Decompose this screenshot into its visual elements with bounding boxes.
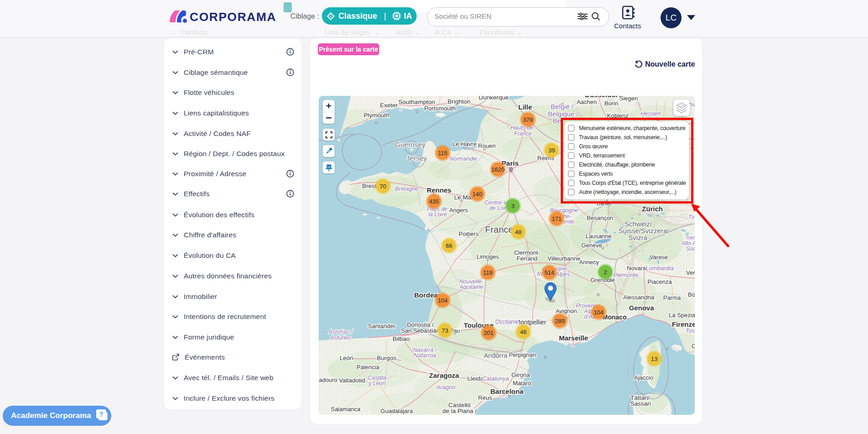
svg-text:Mataró: Mataró [513, 380, 531, 387]
svg-text:Piacenza: Piacenza [647, 278, 672, 285]
svg-text:Andorra: Andorra [484, 352, 508, 359]
svg-text:Lausanne: Lausanne [585, 233, 611, 240]
svg-text:Poitiers: Poitiers [459, 230, 479, 237]
svg-text:Occitanie: Occitanie [495, 319, 519, 325]
svg-text:Exeter: Exeter [380, 102, 398, 109]
svg-text:Asturias /: Asturias / [328, 329, 353, 335]
svg-text:Salamanca: Salamanca [331, 406, 361, 413]
svg-text:Catalunya: Catalunya [482, 375, 509, 382]
svg-text:y León: y León [368, 380, 386, 387]
svg-text:Hessen: Hessen [641, 110, 661, 117]
svg-text:Dunkerque: Dunkerque [479, 96, 509, 101]
svg-text:Reus: Reus [478, 394, 492, 401]
svg-text:Southampton: Southampton [398, 99, 435, 105]
svg-text:Zürich: Zürich [642, 205, 663, 213]
svg-text:Gros: Gros [692, 343, 695, 350]
svg-text:Guernsey: Guernsey [395, 141, 425, 148]
svg-text:Lleida: Lleida [467, 375, 484, 382]
svg-text:Perpignan: Perpignan [509, 351, 536, 358]
svg-text:Tosc: Tosc [686, 327, 695, 334]
svg-text:de la Plana /: de la Plana / [442, 408, 476, 414]
svg-text:Palencia: Palencia [356, 364, 380, 371]
svg-text:Bol: Bol [688, 291, 695, 298]
svg-text:gadouro: gadouro [319, 376, 337, 383]
svg-text:Valladolid: Valladolid [339, 377, 365, 384]
svg-text:Plymouth: Plymouth [364, 112, 389, 119]
svg-text:Sassari: Sassari [630, 400, 651, 407]
svg-text:Brighton: Brighton [448, 98, 470, 105]
svg-text:Bretagne: Bretagne [395, 186, 418, 192]
svg-text:CORPORAMA: CORPORAMA [190, 10, 276, 24]
svg-text:Aquitaine: Aquitaine [459, 284, 483, 290]
svg-text:Rennes: Rennes [427, 186, 451, 194]
svg-text:Svizra: Svizra [628, 234, 647, 241]
svg-text:Annecy: Annecy [579, 259, 599, 266]
svg-text:San Sebastián: San Sebastián [401, 327, 440, 334]
svg-text:Bilbao: Bilbao [393, 335, 410, 342]
svg-text:Alessandria: Alessandria [623, 294, 655, 301]
svg-text:Limoges: Limoges [476, 253, 499, 260]
svg-text:Piemonte: Piemonte [614, 272, 639, 278]
svg-text:Portsmouth: Portsmouth [424, 105, 455, 112]
svg-text:Rouen: Rouen [478, 142, 496, 149]
svg-text:Lille: Lille [518, 103, 532, 111]
svg-text:?: ? [99, 410, 103, 418]
svg-text:Varese: Varese [650, 254, 668, 261]
svg-text:La Spezia: La Spezia [669, 312, 695, 319]
svg-text:Novara: Novara [627, 265, 646, 272]
svg-text:Burgos: Burgos [377, 355, 397, 361]
svg-text:België /: België / [551, 103, 574, 110]
svg-text:Girona: Girona [512, 371, 530, 378]
svg-text:Zaragoza: Zaragoza [429, 371, 460, 379]
svg-text:Besançon: Besançon [587, 214, 613, 221]
svg-text:France: France [514, 131, 532, 137]
svg-text:Aragón: Aragón [436, 384, 455, 391]
svg-text:Veron: Veron [686, 269, 695, 276]
svg-text:Genova: Genova [629, 304, 654, 312]
svg-text:Le Havre: Le Havre [453, 141, 477, 147]
svg-text:Nafarroa: Nafarroa [414, 352, 436, 359]
svg-text:Barcelona: Barcelona [491, 387, 524, 395]
svg-text:Siegen: Siegen [620, 96, 638, 102]
svg-text:Asturies: Asturies [330, 335, 351, 341]
svg-text:Marseille: Marseille [559, 334, 588, 342]
svg-text:Guadalajara: Guadalajara [381, 408, 413, 414]
svg-text:France: France [485, 225, 513, 235]
svg-text:Parma: Parma [663, 294, 681, 301]
svg-text:Angers: Angers [449, 207, 468, 214]
svg-text:Bonn: Bonn [604, 100, 618, 107]
svg-text:León: León [340, 355, 353, 361]
svg-text:Ferrand: Ferrand [517, 255, 537, 262]
svg-text:Villeurbanne: Villeurbanne [548, 255, 580, 262]
svg-text:Lombardia: Lombardia [646, 265, 673, 272]
svg-text:Normandie: Normandie [449, 156, 477, 162]
svg-text:Jersey: Jersey [406, 154, 427, 162]
svg-text:la Loire: la Loire [429, 211, 447, 218]
svg-text:Genève: Genève [581, 242, 602, 249]
svg-text:Aachen: Aachen [577, 99, 597, 105]
svg-text:Ajaccio: Ajaccio [634, 374, 653, 381]
svg-text:Santander: Santander [368, 323, 396, 329]
